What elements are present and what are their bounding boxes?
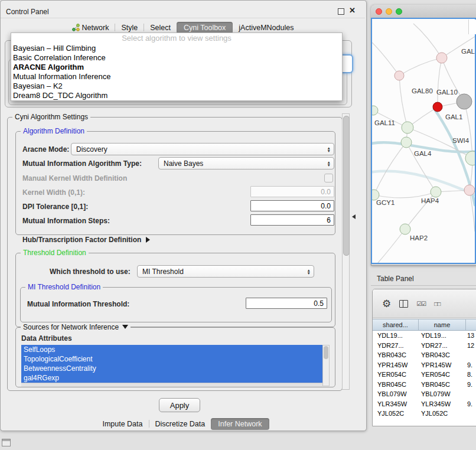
dropdown-item[interactable]: Basic Correlation Inference xyxy=(11,53,342,63)
manual-kernel-label: Manual Kernel Width Definition xyxy=(22,174,127,182)
network-node[interactable] xyxy=(372,106,378,115)
close-traffic-light[interactable] xyxy=(376,8,382,15)
network-node[interactable] xyxy=(402,122,413,133)
minimized-panel-icon[interactable] xyxy=(2,439,11,446)
dropdown-item-selected[interactable]: ARACNE Algorithm xyxy=(11,63,342,72)
table-header: shared... name xyxy=(373,319,476,331)
node-label: GAL xyxy=(461,48,475,55)
minimize-traffic-light[interactable] xyxy=(386,8,392,15)
network-node[interactable] xyxy=(431,187,441,197)
float-window-icon[interactable] xyxy=(338,8,344,15)
apply-button[interactable]: Apply xyxy=(159,398,200,412)
table-row[interactable]: YPR145WYPR145W9. xyxy=(373,360,476,370)
cell: 13 xyxy=(466,331,476,341)
dropdown-item[interactable]: Bayesian – Hill Climbing xyxy=(11,44,342,53)
mi-type-select[interactable]: Naive Bayes ▲▼ xyxy=(158,157,334,169)
network-node[interactable] xyxy=(464,185,475,195)
screen: Control Panel ✕ Network Style Select Cyn… xyxy=(0,0,476,450)
network-window-titlebar xyxy=(371,5,476,18)
network-node[interactable] xyxy=(401,137,412,148)
cell: YER054C xyxy=(373,370,419,380)
column-header-partial[interactable] xyxy=(466,319,476,330)
network-node-selected[interactable] xyxy=(433,102,442,112)
tab-select[interactable]: Select xyxy=(144,22,177,34)
expand-right-icon xyxy=(146,237,150,243)
tab-discretize-data[interactable]: Discretize Data xyxy=(149,418,211,430)
dropdown-item[interactable]: Mutual Information Inference xyxy=(11,72,342,81)
dropdown-item[interactable]: Bayesian – K2 xyxy=(11,81,342,91)
mi-steps-field[interactable] xyxy=(250,214,334,226)
cell: YJL052C xyxy=(419,409,466,419)
mi-type-label: Mutual Information Algorithm Type: xyxy=(22,159,142,168)
cell: 9. xyxy=(466,399,476,409)
network-canvas[interactable]: GAL GAL80 GAL10 GAL11 GAL1 SWI4 GAL4 GCY… xyxy=(371,18,476,264)
kernel-width-label: Kernel Width (0,1): xyxy=(22,188,85,197)
network-node[interactable] xyxy=(436,53,447,63)
table-row[interactable]: YLR345WYLR345W9. xyxy=(373,399,476,409)
select-all-checkboxes-icon[interactable]: ☑☑ xyxy=(416,301,426,307)
dropdown-placeholder: Select algorithm to view settings xyxy=(11,33,342,44)
apply-label: Apply xyxy=(170,401,190,410)
close-icon[interactable]: ✕ xyxy=(349,6,356,15)
dropdown-item[interactable]: Dream8 DC_TDC Algorithm xyxy=(11,91,342,100)
gear-icon[interactable]: ⚙ xyxy=(382,298,391,310)
table-toolbar: ⚙ ☑☑ □□ xyxy=(373,289,476,318)
aracne-mode-select[interactable]: Discovery ▲▼ xyxy=(71,143,334,155)
table-row[interactable]: YBR045CYBR045C9. xyxy=(373,380,476,390)
network-vscrollbar[interactable] xyxy=(468,19,476,34)
cell: YBR045C xyxy=(419,380,466,390)
dpi-tolerance-label: DPI Tolerance [0,1]: xyxy=(22,203,88,211)
cell xyxy=(466,409,476,419)
tab-network[interactable]: Network xyxy=(66,22,115,34)
table-row[interactable]: YBL079WYBL079W xyxy=(373,389,476,399)
node-label: GCY1 xyxy=(376,199,395,206)
aracne-mode-value: Discovery xyxy=(71,145,107,154)
table-row[interactable]: YDR27...YDR27...12 xyxy=(373,341,476,351)
table-panel-window: ⚙ ☑☑ □□ shared... name YDL19...YDL19...1… xyxy=(372,289,476,426)
cyni-bottom-tab-bar: Impute Data Discretize Data Infer Networ… xyxy=(0,417,366,431)
mi-threshold-field[interactable] xyxy=(246,298,327,309)
cell: YBR043C xyxy=(419,350,466,360)
cell: 9. xyxy=(466,380,476,390)
manual-kernel-checkbox[interactable] xyxy=(324,174,333,182)
settings-scrollbar-thumb[interactable] xyxy=(343,116,350,256)
tab-cyni-toolbox[interactable]: Cyni Toolbox xyxy=(177,22,233,34)
cell: YLR345W xyxy=(373,399,419,409)
cell: YBL079W xyxy=(419,389,466,399)
network-node[interactable] xyxy=(395,71,404,80)
tab-jactivemnodules[interactable]: jActiveMNodules xyxy=(233,22,299,34)
collapse-panel-arrow[interactable] xyxy=(352,214,356,219)
columns-icon[interactable] xyxy=(399,300,408,308)
tab-label: Discretize Data xyxy=(155,420,206,428)
sources-title[interactable]: Sources for Network Inference xyxy=(21,323,131,332)
attribute-item[interactable]: gal4RGexp xyxy=(21,373,322,383)
tab-infer-network[interactable]: Infer Network xyxy=(211,418,269,430)
table-row[interactable]: YDL19...YDL19...13 xyxy=(373,331,476,341)
which-threshold-select[interactable]: MI Threshold ▲▼ xyxy=(137,265,314,278)
node-label: GAL4 xyxy=(414,150,432,157)
table-row[interactable]: YBR043CYBR043C xyxy=(373,350,476,360)
attribute-item[interactable]: BetweennessCentrality xyxy=(21,364,322,373)
attribute-list-hscrollbar[interactable] xyxy=(21,383,322,387)
tab-style[interactable]: Style xyxy=(115,22,144,34)
zoom-traffic-light[interactable] xyxy=(396,8,402,15)
cell: YLR345W xyxy=(419,399,466,409)
table-row[interactable]: YER054CYER054C8. xyxy=(373,370,476,380)
cell: 8. xyxy=(466,370,476,380)
network-node[interactable] xyxy=(465,151,475,165)
network-node[interactable] xyxy=(400,224,410,234)
tab-label: Network xyxy=(82,24,109,32)
table-row[interactable]: YJL052CYJL052C xyxy=(373,409,476,419)
network-node-hub[interactable] xyxy=(457,94,472,109)
hub-section-toggle[interactable]: Hub/Transcription Factor Definition xyxy=(22,236,150,244)
column-header-name[interactable]: name xyxy=(419,319,466,330)
attribute-item[interactable]: SelfLoops xyxy=(21,345,322,354)
column-header-shared-name[interactable]: shared... xyxy=(373,319,419,330)
attribute-item[interactable]: TopologicalCoefficient xyxy=(21,354,322,364)
dpi-tolerance-field[interactable] xyxy=(250,200,334,211)
kernel-width-field[interactable] xyxy=(250,186,334,197)
node-label: HAP2 xyxy=(410,234,428,242)
tab-impute-data[interactable]: Impute Data xyxy=(96,418,148,430)
deselect-checkboxes-icon[interactable]: □□ xyxy=(434,301,440,307)
attribute-list-vscroll-thumb[interactable] xyxy=(324,346,328,359)
